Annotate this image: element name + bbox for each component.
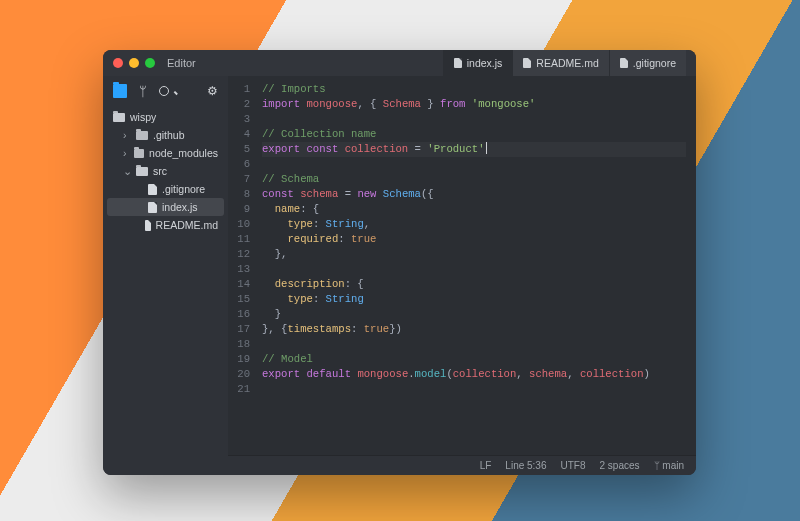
tree-file-index-js[interactable]: index.js (107, 198, 224, 216)
editor-window: Editor index.jsREADME.md.gitignore wispy… (103, 50, 696, 475)
tree-label: README.md (156, 219, 218, 231)
extensions-icon[interactable] (183, 84, 197, 98)
file-tree: wispy›.github›node_modules⌄src.gitignore… (107, 108, 224, 234)
file-icon (620, 58, 628, 68)
tab--gitignore[interactable]: .gitignore (609, 50, 686, 76)
file-icon (454, 58, 462, 68)
tree-file-README-md[interactable]: README.md (107, 216, 224, 234)
tree-folder-src[interactable]: ⌄src (107, 162, 224, 180)
tab-label: README.md (536, 57, 598, 69)
status-bar: LF Line 5:36 UTF8 2 spaces ᛘ main (228, 455, 696, 475)
tab-label: index.js (467, 57, 503, 69)
source-control-icon[interactable] (137, 84, 149, 98)
text-cursor (486, 142, 487, 154)
line-number-gutter: 123456789101112131415161718192021 (228, 76, 258, 455)
window-controls (113, 58, 155, 68)
file-icon (148, 184, 157, 195)
minimize-icon[interactable] (129, 58, 139, 68)
tab-label: .gitignore (633, 57, 676, 69)
tree-label: wispy (130, 111, 156, 123)
tab-bar: index.jsREADME.md.gitignore (443, 50, 686, 76)
tree-file--gitignore[interactable]: .gitignore (107, 180, 224, 198)
folder-icon (134, 149, 144, 158)
code-content[interactable]: // Importsimport mongoose, { Schema } fr… (258, 76, 696, 455)
status-indent[interactable]: 2 spaces (600, 460, 640, 471)
chevron-right-icon: › (123, 147, 129, 159)
file-icon (148, 202, 157, 213)
tree-root[interactable]: wispy (107, 108, 224, 126)
settings-icon[interactable] (207, 84, 219, 98)
file-icon (523, 58, 531, 68)
tree-label: index.js (162, 201, 198, 213)
tree-folder--github[interactable]: ›.github (107, 126, 224, 144)
code-editor[interactable]: 123456789101112131415161718192021 // Imp… (228, 76, 696, 455)
tree-label: .github (153, 129, 185, 141)
folder-icon (136, 167, 148, 176)
chevron-down-icon: ⌄ (123, 165, 131, 177)
status-encoding[interactable]: UTF8 (561, 460, 586, 471)
status-branch[interactable]: ᛘ main (654, 460, 684, 471)
sidebar: wispy›.github›node_modules⌄src.gitignore… (103, 76, 228, 475)
tree-folder-node_modules[interactable]: ›node_modules (107, 144, 224, 162)
tab-index-js[interactable]: index.js (443, 50, 513, 76)
close-icon[interactable] (113, 58, 123, 68)
status-cursor[interactable]: Line 5:36 (505, 460, 546, 471)
tab-README-md[interactable]: README.md (512, 50, 608, 76)
explorer-icon[interactable] (113, 84, 127, 98)
tree-label: src (153, 165, 167, 177)
tree-label: node_modules (149, 147, 218, 159)
titlebar[interactable]: Editor index.jsREADME.md.gitignore (103, 50, 696, 76)
folder-icon (113, 113, 125, 122)
chevron-right-icon: › (123, 129, 131, 141)
folder-icon (136, 131, 148, 140)
tree-label: .gitignore (162, 183, 205, 195)
maximize-icon[interactable] (145, 58, 155, 68)
window-title: Editor (167, 57, 196, 69)
editor-area: 123456789101112131415161718192021 // Imp… (228, 76, 696, 475)
activity-bar (107, 82, 224, 104)
file-icon (145, 220, 151, 231)
status-eol[interactable]: LF (480, 460, 492, 471)
search-icon[interactable] (159, 84, 173, 98)
